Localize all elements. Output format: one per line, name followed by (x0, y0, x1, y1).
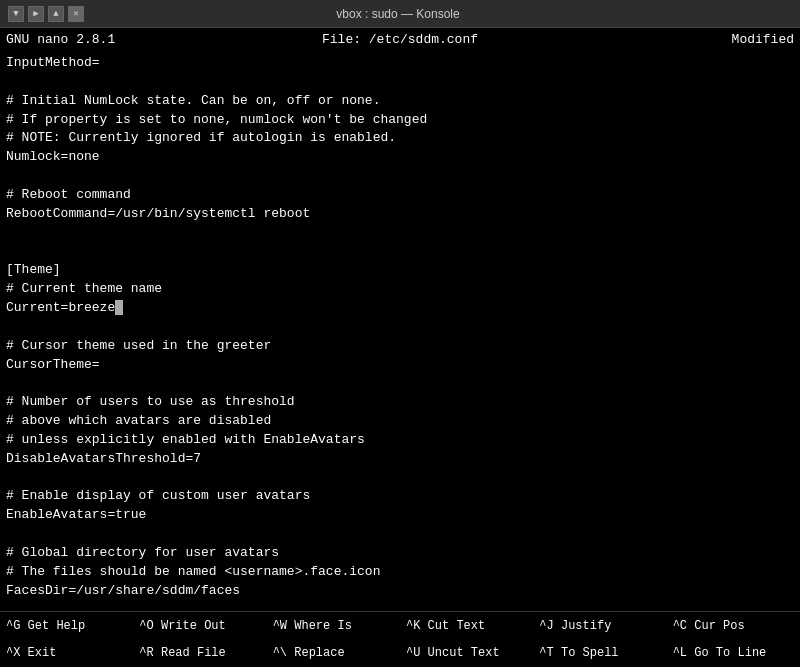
hotkey-label-0: Get Help (28, 619, 86, 633)
hotkey-label-10: To Spell (561, 646, 619, 660)
hotkey-1: ^O (139, 619, 153, 633)
hotkey-label-7: Read File (161, 646, 226, 660)
text-cursor (115, 300, 123, 315)
hotkey-label-9: Uncut Text (428, 646, 500, 660)
hotkey-9: ^U (406, 646, 420, 660)
hotkey-label-6: Exit (28, 646, 57, 660)
bottom-item-6[interactable]: ^X Exit (0, 640, 133, 668)
bottom-item-9[interactable]: ^U Uncut Text (400, 640, 533, 668)
bottom-item-2[interactable]: ^W Where Is (267, 612, 400, 640)
bottom-item-8[interactable]: ^\ Replace (267, 640, 400, 668)
minimize-btn[interactable]: ▼ (8, 6, 24, 22)
hotkey-label-5: Cur Pos (694, 619, 744, 633)
nano-version: GNU nano 2.8.1 (6, 32, 269, 47)
bottom-item-7[interactable]: ^R Read File (133, 640, 266, 668)
hotkey-label-1: Write Out (161, 619, 226, 633)
bottom-item-4[interactable]: ^J Justify (533, 612, 666, 640)
hotkey-label-4: Justify (561, 619, 611, 633)
nano-modified-status: Modified (531, 32, 794, 47)
bottom-item-1[interactable]: ^O Write Out (133, 612, 266, 640)
nano-file: File: /etc/sddm.conf (269, 32, 532, 47)
hotkey-4: ^J (539, 619, 553, 633)
bottom-item-5[interactable]: ^C Cur Pos (667, 612, 800, 640)
hotkey-11: ^L (673, 646, 687, 660)
editor-area[interactable]: InputMethod= # Initial NumLock state. Ca… (0, 50, 800, 611)
hotkey-10: ^T (539, 646, 553, 660)
hotkey-6: ^X (6, 646, 20, 660)
hotkey-7: ^R (139, 646, 153, 660)
restore-btn[interactable]: ▶ (28, 6, 44, 22)
bottom-bar: ^G Get Help^O Write Out^W Where Is^K Cut… (0, 611, 800, 667)
bottom-item-10[interactable]: ^T To Spell (533, 640, 666, 668)
hotkey-5: ^C (673, 619, 687, 633)
maximize-btn[interactable]: ▲ (48, 6, 64, 22)
hotkey-2: ^W (273, 619, 287, 633)
bottom-item-0[interactable]: ^G Get Help (0, 612, 133, 640)
nano-header: GNU nano 2.8.1 File: /etc/sddm.conf Modi… (0, 28, 800, 50)
close-btn[interactable]: ✕ (68, 6, 84, 22)
window-title: vbox : sudo — Konsole (84, 7, 712, 21)
hotkey-label-8: Replace (294, 646, 344, 660)
hotkey-label-11: Go To Line (694, 646, 766, 660)
hotkey-0: ^G (6, 619, 20, 633)
title-bar: ▼ ▶ ▲ ✕ vbox : sudo — Konsole (0, 0, 800, 28)
hotkey-8: ^\ (273, 646, 287, 660)
window-controls[interactable]: ▼ ▶ ▲ ✕ (8, 6, 84, 22)
hotkey-label-2: Where Is (294, 619, 352, 633)
bottom-item-11[interactable]: ^L Go To Line (667, 640, 800, 668)
hotkey-3: ^K (406, 619, 420, 633)
bottom-item-3[interactable]: ^K Cut Text (400, 612, 533, 640)
hotkey-label-3: Cut Text (428, 619, 486, 633)
